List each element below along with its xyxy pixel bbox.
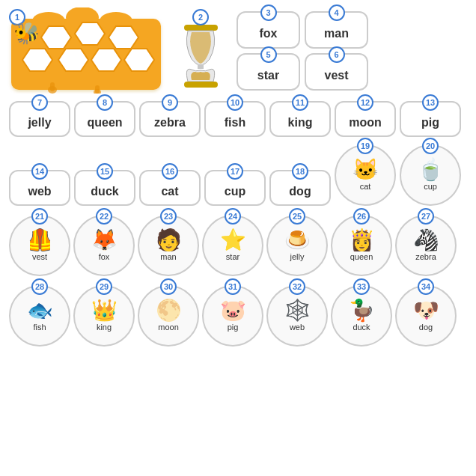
card-num-22: 22	[96, 208, 112, 225]
card-text-8: queen	[87, 116, 122, 129]
card-num-24: 24	[225, 208, 241, 225]
card-text-29: king	[97, 323, 112, 332]
card-num-25: 25	[289, 208, 305, 225]
card-num-14: 14	[31, 163, 48, 180]
card-text-10: fish	[225, 116, 245, 129]
jelly-image-25: 🍮	[284, 230, 311, 251]
card-num-9: 9	[162, 94, 178, 111]
card-text-33: duck	[353, 323, 370, 332]
bee-icon: 🐝	[13, 21, 40, 46]
card-text-5: star	[257, 69, 279, 82]
top-right-word-cards: 3 fox 4 man 5 star 6 vest	[237, 7, 469, 94]
svg-rect-16	[198, 64, 204, 69]
pig-image-31: 🐷	[220, 300, 246, 321]
card-num-21: 21	[31, 208, 48, 225]
svg-marker-9	[75, 22, 105, 45]
card-text-27: zebra	[415, 252, 436, 261]
web-image-32: 🕸️	[284, 300, 311, 321]
card-text-17: cup	[225, 185, 245, 198]
card-num-18: 18	[292, 163, 308, 180]
word-row-2: 7 jelly 8 queen 9 zebra 10 fish 11 king …	[7, 101, 469, 137]
moon-image-30: 🌕	[156, 300, 182, 321]
image-circle-25: 25 🍮 jelly	[266, 215, 328, 276]
zebra-image-27: 🦓	[413, 230, 439, 251]
card-num-10: 10	[227, 94, 243, 111]
card-text-26: queen	[350, 252, 373, 261]
card-num-3: 3	[260, 4, 277, 21]
word-card-3: 3 fox	[237, 11, 300, 49]
card-text-16: cat	[161, 185, 178, 198]
image-circle-34: 34 🐶 dog	[395, 285, 457, 347]
duck-image-33: 🦆	[349, 300, 375, 321]
word-card-16: 16 cat	[139, 170, 201, 206]
svg-marker-12	[58, 49, 88, 71]
card-text-21: vest	[32, 252, 47, 261]
word-card-12: 12 moon	[335, 101, 396, 137]
svg-marker-14	[124, 49, 154, 71]
word-card-4: 4 man	[305, 11, 368, 49]
image-circle-20: 20 🍵 cup	[400, 144, 461, 206]
number-badge-2: 2	[192, 9, 209, 25]
card-text-20: cup	[424, 182, 437, 191]
svg-rect-5	[50, 82, 55, 91]
card-text-22: fox	[99, 252, 110, 261]
card-text-7: jelly	[28, 116, 51, 129]
word-card-9: 9 zebra	[139, 101, 201, 137]
timer-image	[180, 23, 222, 94]
circle-row-2: 28 🐟 fish 29 👑 king 30 🌕 moon 31 🐷 pig 3…	[7, 281, 469, 347]
image-circle-30: 30 🌕 moon	[138, 285, 199, 347]
image-circle-33: 33 🦆 duck	[331, 285, 392, 347]
svg-marker-8	[41, 26, 71, 49]
card-num-26: 26	[353, 208, 370, 225]
card-num-8: 8	[97, 94, 113, 111]
card-num-13: 13	[422, 94, 439, 111]
word-card-17: 17 cup	[204, 170, 266, 206]
card-text-24: star	[226, 252, 239, 261]
dog-image-34: 🐶	[413, 300, 439, 321]
image-circle-22: 22 🦊 fox	[73, 215, 135, 276]
card-num-28: 28	[31, 278, 48, 295]
svg-marker-11	[22, 49, 52, 71]
card-num-16: 16	[162, 163, 178, 180]
cat-image-19: 🐱	[353, 159, 379, 180]
card-text-23: man	[160, 252, 176, 261]
card-num-31: 31	[225, 278, 241, 295]
card-text-6: vest	[324, 69, 348, 82]
card-num-33: 33	[353, 278, 370, 295]
vest-image-21: 🦺	[27, 230, 53, 251]
word-card-6: 6 vest	[305, 53, 368, 91]
circle-row-1: 21 🦺 vest 22 🦊 fox 23 🧑 man 24 ⭐ star 25…	[7, 210, 469, 276]
fox-image-22: 🦊	[91, 230, 118, 251]
card-text-19: cat	[360, 182, 371, 191]
image-circle-26: 26 👸 queen	[331, 215, 392, 276]
image-circle-31: 31 🐷 pig	[202, 285, 263, 347]
card-num-15: 15	[97, 163, 113, 180]
word-card-15: 15 duck	[74, 170, 135, 206]
card-num-30: 30	[160, 278, 177, 295]
card-text-12: moon	[349, 116, 382, 129]
card-num-4: 4	[329, 4, 345, 21]
card-num-19: 19	[357, 138, 373, 154]
word-card-18: 18 dog	[269, 170, 331, 206]
queen-image-26: 👸	[349, 230, 375, 251]
card-num-7: 7	[31, 94, 48, 111]
word-card-8: 8 queen	[74, 101, 135, 137]
card-text-3: fox	[260, 27, 278, 40]
card-num-34: 34	[418, 278, 434, 295]
card-text-13: pig	[421, 116, 439, 129]
king-image-29: 👑	[91, 300, 118, 321]
word-card-13: 13 pig	[400, 101, 461, 137]
card-text-31: pig	[228, 323, 239, 332]
card-num-20: 20	[422, 138, 439, 154]
card-text-34: dog	[419, 323, 433, 332]
card-num-23: 23	[160, 208, 177, 225]
image-circle-28: 28 🐟 fish	[9, 285, 70, 347]
image-circle-32: 32 🕸️ web	[266, 285, 328, 347]
card-num-17: 17	[227, 163, 243, 180]
card-num-6: 6	[329, 46, 345, 63]
card-text-32: web	[290, 323, 305, 332]
image-circle-24: 24 ⭐ star	[202, 215, 263, 276]
card-text-15: duck	[91, 185, 118, 198]
card-text-14: web	[28, 185, 51, 198]
card-text-11: king	[288, 116, 313, 129]
